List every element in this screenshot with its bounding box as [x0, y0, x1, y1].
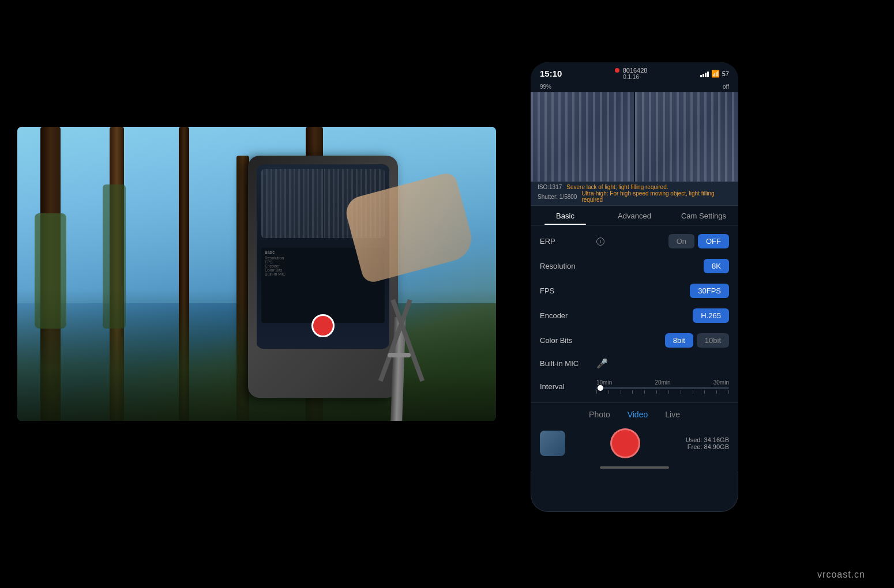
fps-label: FPS	[540, 287, 592, 295]
shutter-value: Shutter: 1/5800	[538, 194, 577, 200]
record-button[interactable]	[610, 428, 640, 458]
encoder-options: H.265	[693, 308, 729, 323]
status-time: 15:10	[540, 69, 562, 78]
storage-info: Used: 34.16GB Free: 84.90GB	[686, 436, 729, 450]
bottom-bar: Used: 34.16GB Free: 84.90GB	[531, 424, 738, 463]
lens-preview-right	[635, 92, 738, 182]
status-right: 📶 57	[700, 70, 729, 78]
warning-text-2: Ultra-high: For high-speed moving object…	[581, 190, 731, 203]
mode-video[interactable]: Video	[628, 410, 648, 419]
status-bar2: 99% off	[531, 82, 738, 92]
interval-mark-1: 10min	[596, 379, 612, 386]
gallery-thumbnail[interactable]	[540, 431, 565, 456]
mode-photo[interactable]: Photo	[589, 410, 610, 419]
status-bar: 15:10 8016428 0.1.16 📶 57	[531, 62, 738, 82]
fps-row: FPS 30FPS	[531, 278, 738, 303]
encoder-h265-button[interactable]: H.265	[693, 308, 729, 323]
wifi-icon: 📶	[711, 70, 720, 78]
mic-row: Built-in MIC 🎤	[531, 353, 738, 374]
resolution-row: Resolution 8K	[531, 254, 738, 278]
fps-30-button[interactable]: 30FPS	[690, 284, 729, 298]
home-indicator	[531, 463, 738, 471]
erp-on-button[interactable]: On	[668, 234, 694, 248]
dual-preview	[531, 92, 738, 182]
home-bar	[600, 466, 669, 469]
battery2: 99%	[540, 84, 551, 90]
camera-view: Basic Resolution FPS Encoder Color Bits …	[17, 127, 496, 421]
off-label: off	[723, 84, 729, 90]
interval-ticks	[596, 390, 729, 394]
mic-icon[interactable]: 🎤	[596, 358, 608, 369]
bitrate: 8016428	[623, 67, 648, 74]
10bit-button[interactable]: 10bit	[697, 333, 729, 348]
color-bits-options: 8bit 10bit	[665, 333, 729, 348]
tab-cam-settings[interactable]: Cam Settings	[669, 206, 738, 225]
encoder-row: Encoder H.265	[531, 303, 738, 328]
interval-thumb[interactable]	[598, 385, 603, 391]
erp-toggle: On OFF	[668, 234, 729, 248]
lens-preview-left	[531, 92, 634, 182]
interval-slider-container: 10min 20min 30min	[596, 379, 729, 394]
mic-label: Built-in MIC	[540, 359, 592, 368]
warning-text-1: Severe lack of light; light filling requ…	[566, 184, 731, 190]
storage-used: Used: 34.16GB	[686, 436, 729, 443]
version: 0.1.16	[623, 74, 639, 80]
battery-percent: 57	[722, 70, 729, 77]
fps-options: 30FPS	[690, 284, 729, 298]
status-center: 8016428 0.1.16	[615, 67, 648, 80]
tab-advanced[interactable]: Advanced	[600, 206, 669, 225]
settings-tabs: Basic Advanced Cam Settings	[531, 206, 738, 225]
resolution-label: Resolution	[540, 262, 592, 270]
encoder-label: Encoder	[540, 311, 592, 320]
interval-label: Interval	[540, 382, 592, 391]
watermark: vrcoast.cn	[817, 570, 865, 580]
interval-row: Interval 10min 20min 30min	[531, 374, 738, 399]
mode-live[interactable]: Live	[665, 410, 680, 419]
color-bits-label: Color Bits	[540, 336, 592, 345]
interval-track[interactable]	[596, 387, 729, 389]
rec-indicator	[615, 68, 619, 73]
warning-bar: ISO:1317 Severe lack of light; light fil…	[531, 182, 738, 206]
erp-label: ERP	[540, 237, 592, 246]
erp-info-icon[interactable]: i	[596, 238, 604, 246]
interval-mark-2: 20min	[655, 379, 670, 386]
color-bits-row: Color Bits 8bit 10bit	[531, 328, 738, 353]
storage-free: Free: 84.90GB	[686, 443, 729, 450]
mode-tabs: Photo Video Live	[531, 402, 738, 424]
tab-basic[interactable]: Basic	[531, 206, 600, 225]
8bit-button[interactable]: 8bit	[665, 333, 693, 348]
resolution-8k-button[interactable]: 8K	[704, 259, 729, 273]
erp-row: ERP i On OFF	[531, 229, 738, 254]
interval-mark-3: 30min	[713, 379, 729, 386]
signal-bars	[700, 70, 709, 77]
iso-value: ISO:1317	[538, 184, 562, 190]
erp-off-button[interactable]: OFF	[698, 234, 729, 248]
resolution-options: 8K	[704, 259, 729, 273]
phone-panel: 15:10 8016428 0.1.16 📶 57 99% off	[531, 62, 738, 512]
settings-panel: ERP i On OFF Resolution 8K FPS 30FPS Enc…	[531, 225, 738, 402]
